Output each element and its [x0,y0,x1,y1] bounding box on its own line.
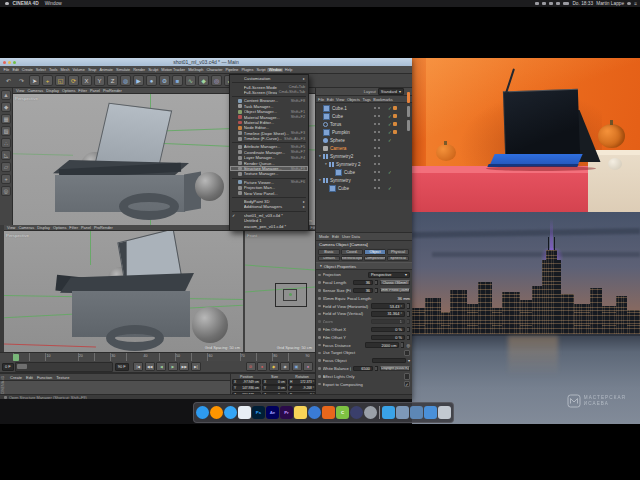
c4d-menu-render[interactable]: Render [132,68,147,72]
tree-row[interactable]: Pumpkin✓ [316,128,412,136]
transport-button-4[interactable]: ▶▶ [179,362,189,371]
visibility-dots[interactable] [374,179,380,181]
anim-dot-icon[interactable] [318,336,321,339]
viewport-menu-display[interactable]: Display [46,88,59,93]
attribute-value-field[interactable]: 6500 [353,366,373,372]
notification-center-icon[interactable]: ≡ [634,1,637,6]
attribute-value-field[interactable]: 0 % [371,327,405,333]
visibility-dots[interactable] [374,187,380,189]
visibility-dots[interactable] [374,139,380,141]
viewport-menu-options[interactable]: Options [62,88,75,93]
dock-icon-after-effects[interactable]: Ae [266,406,279,419]
frame-range-slider[interactable] [15,362,113,372]
c4d-menu-script[interactable]: Script [255,68,267,72]
dock-icon-finder[interactable] [196,406,209,419]
window-menu-item[interactable]: Object Manager...Shift+F1 [230,109,308,114]
anim-dot-icon[interactable] [318,344,321,347]
end-frame-field[interactable]: 90 F [115,363,129,371]
tree-row[interactable]: Cube.1✓ [316,104,412,112]
toolbar-icon-0[interactable]: ↶ [3,75,14,86]
anim-dot-icon[interactable] [318,313,321,316]
record-button-1[interactable]: ● [257,362,267,371]
spinner-icon[interactable] [407,319,410,325]
anim-dot-icon[interactable] [318,352,321,355]
tab-physical[interactable]: Physical [387,249,409,255]
spinner-icon[interactable] [407,303,410,309]
c4d-menu-motion-tracker[interactable]: Motion Tracker [160,68,187,72]
anim-dot-icon[interactable] [318,281,321,284]
snap-settings-icon[interactable]: ◎ [1,186,11,196]
toolbar-icon-1[interactable]: ↷ [16,75,27,86]
dock-icon-app-blue[interactable] [382,406,395,419]
menubar-clock[interactable]: Do. 18:33 [572,1,593,6]
current-frame-marker[interactable] [13,354,19,361]
start-frame-field[interactable]: 0 F [2,363,14,371]
phong-tag-icon[interactable]: ✓ [388,114,392,119]
tree-row[interactable]: Torus✓ [316,120,412,128]
viewport-front[interactable]: Front Grid Spacing: 50 cm [245,231,315,352]
polygons-mode-icon[interactable]: ▱ [1,162,11,172]
layout-dropdown[interactable]: Standard▾ [378,88,404,95]
edges-mode-icon[interactable]: ◺ [1,150,11,160]
points-mode-icon[interactable]: ∴ [1,138,11,148]
spinner-icon[interactable] [407,335,410,341]
attribute-value-field[interactable]: 36 [353,280,373,286]
anim-dot-icon[interactable] [318,297,321,300]
visibility-dots[interactable] [374,147,380,149]
record-button-5[interactable]: ● [303,362,313,371]
attribute-checkbox[interactable] [404,373,411,380]
dock-icon-app-green-c[interactable]: C [336,406,349,419]
workplane-mode-icon[interactable]: ▧ [1,126,11,136]
transport-button-3[interactable]: ▶ [168,362,178,371]
visibility-dots[interactable] [374,115,380,117]
material-menu-edit[interactable]: Edit [26,375,33,380]
c4d-menu-select[interactable]: Select [34,68,47,72]
c4d-menu-snap[interactable]: Snap [86,68,98,72]
am-menu-edit[interactable]: Edit [332,234,339,239]
spinner-icon[interactable] [375,366,378,372]
preset-button[interactable]: Daylight (6500 K) [380,366,410,372]
anim-dot-icon[interactable] [318,375,321,378]
visibility-dots[interactable] [374,123,380,125]
record-button-4[interactable]: ▣ [292,362,302,371]
model-mode-icon[interactable]: ◆ [1,102,11,112]
toolbar-icon-7[interactable]: Y [94,75,105,86]
toolbar-icon-12[interactable]: ⚙ [159,75,170,86]
dock-icon-mail[interactable] [238,406,251,419]
tab-details[interactable]: Details [318,256,340,262]
toolbar-icon-2[interactable]: ➤ [29,75,40,86]
tab-basic[interactable]: Basic [318,249,340,255]
screen-mirroring-icon[interactable] [535,2,539,6]
attribute-value-field[interactable]: 36 [353,288,373,294]
toolbar-icon-10[interactable]: ▶ [133,75,144,86]
material-menu-create[interactable]: Create [10,375,22,380]
window-menu-item[interactable]: Timeline (F-Curve)...Shift+Alt+F3 [230,136,308,141]
visibility-dots[interactable] [374,155,380,157]
anim-dot-icon[interactable] [318,305,321,308]
window-titlebar[interactable]: shot01_ml_v03.c4d * — Main [0,58,412,66]
dock-icon-app-orange-swirl[interactable] [322,406,335,419]
material-menu-function[interactable]: Function [37,375,52,380]
spinner-icon[interactable] [407,311,410,317]
attribute-value-field[interactable]: 31.364 ° [371,311,405,317]
attribute-checkbox[interactable]: ✓ [404,381,411,388]
dock-icon-safari[interactable] [224,406,237,419]
c4d-menu-character[interactable]: Character [205,68,224,72]
record-button-0[interactable]: ⊘ [246,362,256,371]
attribute-value-field[interactable]: 1 [371,319,405,325]
phong-tag-icon[interactable]: ✓ [388,186,392,191]
coord-rotation-field[interactable]: P-9.268 ° [288,385,316,391]
section-header[interactable]: ▾ Object Properties [316,262,412,270]
attribute-value-field[interactable]: 2000 cm [365,342,399,348]
transport-button-0[interactable]: |◀ [133,362,143,371]
viewport-menu-filter[interactable]: Filter [78,88,87,93]
c4d-menu-file[interactable]: File [2,68,11,72]
viewport-menu-options[interactable]: Options [53,225,66,230]
viewport-menu-prorender[interactable]: ProRender [103,88,122,93]
menubar-app-name[interactable]: CINEMA 4D [13,1,39,6]
toolbar-icon-13[interactable]: ■ [172,75,183,86]
viewport-menu-cameras[interactable]: Cameras [18,225,34,230]
toolbar-icon-8[interactable]: Z [107,75,118,86]
c4d-menu-mesh[interactable]: Mesh [59,68,71,72]
tree-row[interactable]: Camera [316,144,412,152]
